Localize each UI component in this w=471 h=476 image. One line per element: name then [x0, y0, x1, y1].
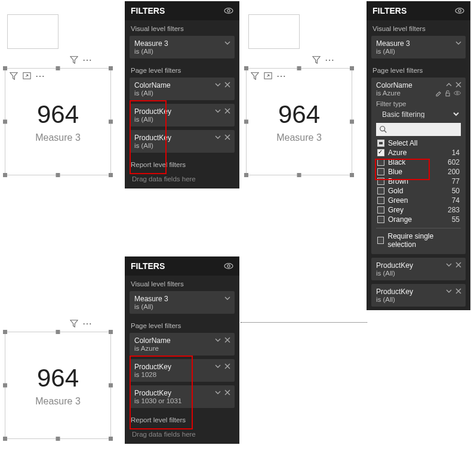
filter-icon[interactable] — [9, 71, 19, 81]
panel-header[interactable]: FILTERS — [125, 256, 239, 276]
close-icon[interactable] — [224, 389, 231, 396]
filter-colorname-expanded[interactable]: ColorName is Azure Filter type Basic fil… — [371, 78, 466, 254]
chevron-down-icon[interactable] — [224, 295, 231, 302]
color-option-row[interactable]: Black602 — [376, 157, 461, 167]
filter-productkey[interactable]: ProductKey is (All) — [130, 104, 235, 126]
checkbox[interactable] — [377, 168, 384, 175]
close-icon[interactable] — [224, 107, 231, 115]
chevron-down-icon[interactable] — [214, 336, 221, 344]
option-label: Azure — [388, 149, 407, 157]
checkbox[interactable] — [377, 159, 384, 166]
lock-icon[interactable] — [444, 89, 451, 97]
more-icon[interactable] — [276, 71, 286, 81]
visual-card-2[interactable]: 964 Measure 3 — [246, 68, 352, 175]
filter-measure3[interactable]: Measure 3 is (All) — [130, 291, 235, 314]
close-icon[interactable] — [455, 261, 462, 268]
card-value: 964 — [278, 100, 320, 129]
require-single-row[interactable]: Require single selection — [376, 228, 461, 249]
filter-icon[interactable] — [312, 55, 321, 64]
close-icon[interactable] — [224, 363, 231, 370]
eye-icon[interactable] — [224, 261, 233, 271]
color-option-row[interactable]: Grey283 — [376, 205, 461, 215]
filter-productkey[interactable]: ProductKey is (All) — [371, 258, 466, 280]
filter-productkey[interactable]: ProductKey is (All) — [130, 130, 235, 153]
checkbox[interactable] — [377, 237, 384, 244]
chevron-down-icon[interactable] — [455, 39, 462, 47]
filter-measure3[interactable]: Measure 3 is (All) — [371, 36, 466, 58]
filter-type-dropdown[interactable]: Basic filtering — [376, 107, 461, 120]
eye-icon[interactable] — [224, 6, 233, 16]
checkbox[interactable] — [377, 178, 384, 185]
chevron-down-icon[interactable] — [224, 39, 231, 47]
search-input[interactable] — [376, 123, 461, 136]
drop-zone[interactable]: Drag data fields here — [125, 427, 239, 444]
more-icon[interactable] — [82, 55, 92, 64]
eye-icon[interactable] — [454, 89, 461, 97]
more-icon[interactable] — [35, 71, 45, 81]
color-option-row[interactable]: Gold50 — [376, 186, 461, 196]
checkbox[interactable] — [377, 206, 384, 214]
color-option-row[interactable]: Orange55 — [376, 215, 461, 224]
filter-icon[interactable] — [250, 71, 260, 81]
option-count: 55 — [443, 215, 460, 224]
checkbox[interactable] — [377, 140, 384, 147]
close-icon[interactable] — [224, 81, 231, 88]
color-option-row[interactable]: Azure14 — [376, 148, 461, 157]
chevron-down-icon[interactable] — [445, 288, 452, 295]
filter-productkey[interactable]: ProductKey is 1030 or 1031 — [130, 385, 235, 408]
svg-point-5 — [458, 10, 461, 12]
color-option-row[interactable]: Select All — [376, 138, 461, 148]
option-label: Green — [388, 196, 408, 205]
chevron-down-icon[interactable] — [445, 261, 452, 268]
eye-icon[interactable] — [455, 6, 464, 16]
filter-card-sub: is (All) — [134, 48, 230, 55]
filter-colorname[interactable]: ColorName is Azure — [130, 333, 235, 356]
filter-card-sub: is (All) — [376, 270, 461, 277]
filter-measure3[interactable]: Measure 3 is (All) — [130, 36, 235, 58]
filter-colorname[interactable]: ColorName is (All) — [130, 78, 235, 100]
eraser-icon[interactable] — [435, 89, 442, 97]
svg-point-1 — [224, 8, 233, 14]
filter-productkey[interactable]: ProductKey is 1028 — [130, 359, 235, 382]
chevron-down-icon[interactable] — [214, 389, 221, 396]
chevron-down-icon[interactable] — [214, 363, 221, 370]
card-value: 964 — [37, 364, 79, 392]
option-count: 74 — [443, 196, 460, 205]
search-box[interactable] — [376, 123, 461, 136]
filter-card-sub: is (All) — [134, 116, 230, 123]
page-filters-label: Page level filters — [125, 62, 239, 78]
more-icon[interactable] — [325, 55, 334, 64]
color-option-row[interactable]: Green74 — [376, 196, 461, 205]
filter-icon[interactable] — [69, 55, 79, 64]
checkbox[interactable] — [377, 149, 384, 156]
filter-icon[interactable] — [69, 319, 79, 328]
checkbox[interactable] — [377, 216, 384, 223]
close-icon[interactable] — [224, 336, 231, 344]
visual-card-1[interactable]: 964 Measure 3 — [5, 68, 111, 175]
chevron-down-icon[interactable] — [214, 81, 221, 88]
focus-mode-icon[interactable] — [22, 71, 32, 81]
drop-zone[interactable]: Drag data fields here — [125, 172, 239, 188]
panel-header[interactable]: FILTERS — [125, 1, 239, 20]
color-option-list: Select AllAzure14Black602Blue200Brown77G… — [376, 138, 461, 224]
color-option-row[interactable]: Blue200 — [376, 167, 461, 177]
checkbox[interactable] — [377, 187, 384, 194]
svg-point-11 — [227, 265, 230, 267]
close-icon[interactable] — [455, 81, 462, 88]
close-icon[interactable] — [224, 134, 231, 141]
chevron-up-icon[interactable] — [445, 81, 452, 88]
chevron-down-icon[interactable] — [214, 134, 221, 141]
filter-productkey[interactable]: ProductKey is (All) — [371, 284, 466, 307]
chevron-down-icon[interactable] — [214, 107, 221, 115]
option-count: 50 — [443, 187, 460, 195]
svg-rect-6 — [446, 93, 450, 96]
checkbox[interactable] — [377, 197, 384, 204]
visual-card-3[interactable]: 964 Measure 3 — [5, 332, 111, 439]
more-icon[interactable] — [82, 319, 92, 328]
color-option-row[interactable]: Brown77 — [376, 177, 461, 186]
focus-mode-icon[interactable] — [263, 71, 273, 81]
option-count: 200 — [443, 168, 460, 176]
panel-header[interactable]: FILTERS — [367, 1, 470, 20]
close-icon[interactable] — [455, 288, 462, 295]
filters-panel-2: FILTERS Visual level filters Measure 3 i… — [367, 1, 470, 310]
